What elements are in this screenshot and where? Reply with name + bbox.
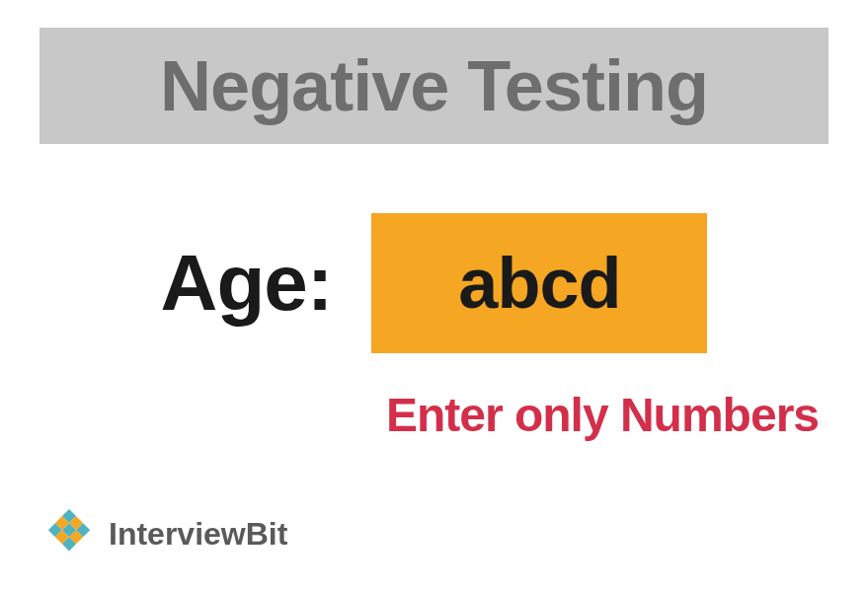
title-banner: Negative Testing (39, 28, 829, 144)
brand-name: InterviewBit (109, 516, 287, 553)
brand-name-part2: Bit (246, 516, 288, 552)
interviewbit-icon (39, 504, 99, 563)
age-label: Age: (161, 238, 333, 329)
page-title: Negative Testing (39, 45, 829, 126)
brand-name-part1: Interview (109, 516, 246, 552)
brand-logo: InterviewBit (39, 504, 287, 563)
form-row: Age: abcd (0, 213, 868, 353)
age-input[interactable]: abcd (371, 213, 707, 353)
error-message: Enter only Numbers (0, 388, 819, 442)
